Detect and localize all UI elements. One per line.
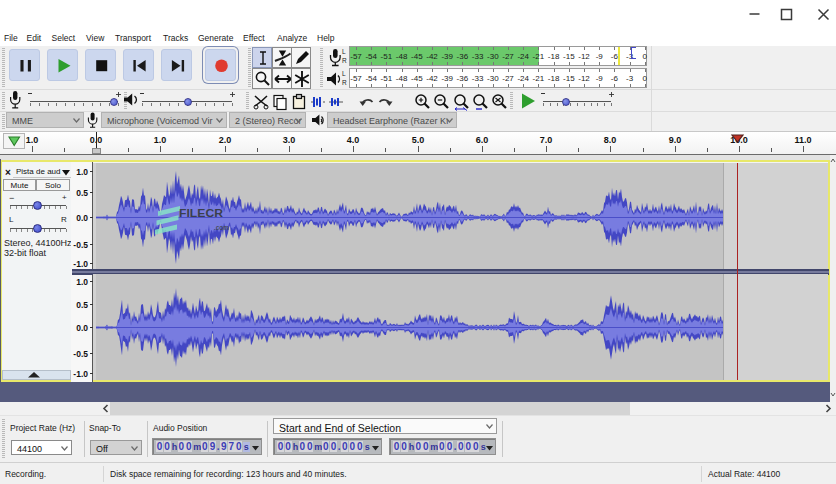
svg-text:FILECR: FILECR [179,207,223,219]
svg-text:.com: .com [214,223,229,232]
